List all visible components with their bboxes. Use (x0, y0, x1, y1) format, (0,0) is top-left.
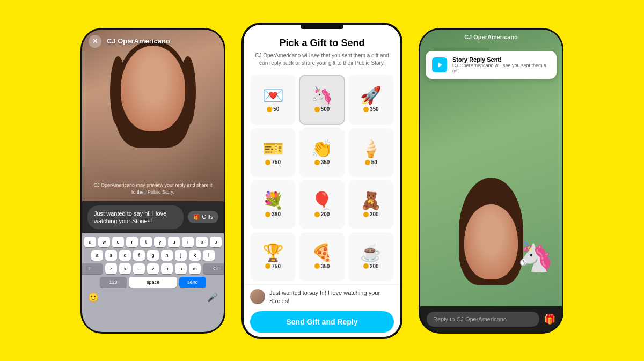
key-shift[interactable]: ⇧ (80, 263, 103, 274)
story-username: CJ OperAmericano (107, 37, 170, 45)
gift-emoji-8: 🧸 (360, 192, 382, 209)
gift-cost-3: 750 (265, 159, 281, 165)
mid-footer: Just wanted to say hi! I love watching y… (244, 284, 400, 337)
key-e[interactable]: e (112, 237, 124, 247)
gift-emoji-10: 🍕 (311, 244, 333, 261)
key-u[interactable]: u (168, 237, 180, 247)
mid-phone: Pick a Gift to Send CJ OperAmericano wil… (241, 23, 402, 339)
gift-item-11[interactable]: ☕ 200 (348, 232, 394, 281)
mic-icon[interactable]: 🎤 (207, 292, 218, 303)
gift-cost-4: 350 (314, 159, 330, 165)
key-h[interactable]: h (161, 250, 173, 261)
gift-grid: 💌 50 🦄 500 🚀 350 🎫 750 👏 (244, 71, 400, 284)
coin-icon-3 (265, 160, 270, 165)
key-123[interactable]: 123 (100, 277, 127, 288)
gift-cost-5: 50 (365, 159, 377, 165)
gift-item-8[interactable]: 🧸 200 (348, 180, 394, 229)
key-c[interactable]: c (133, 263, 145, 274)
gift-title: Pick a Gift to Send (254, 38, 390, 49)
key-s[interactable]: s (105, 250, 117, 261)
reply-input[interactable]: Just wanted to say hi! I love watching y… (87, 205, 184, 230)
key-g[interactable]: g (147, 250, 159, 261)
key-t[interactable]: t (140, 237, 152, 247)
gifts-label: Gifts (202, 214, 213, 220)
gift-cost-2: 350 (363, 106, 379, 112)
top-bar: ✕ CJ OperAmericano (82, 30, 224, 53)
gift-item-7[interactable]: 🎈 200 (299, 180, 345, 229)
key-a[interactable]: a (91, 250, 103, 261)
gift-cost-0: 50 (267, 106, 279, 112)
key-j[interactable]: j (175, 250, 187, 261)
key-b[interactable]: b (161, 263, 173, 274)
right-phone: CJ OperAmericano Story Reply Sent! CJ Op… (419, 28, 564, 334)
gift-emoji-7: 🎈 (311, 192, 333, 209)
message-avatar (250, 289, 265, 304)
gift-item-3[interactable]: 🎫 750 (250, 128, 296, 177)
key-y[interactable]: y (154, 237, 166, 247)
gift-emoji-4: 👏 (311, 140, 333, 157)
gift-item-1[interactable]: 🦄 500 (299, 75, 345, 126)
gift-cost-10: 350 (314, 263, 330, 269)
message-preview: Just wanted to say hi! I love watching y… (250, 289, 394, 306)
right-story-background: CJ OperAmericano Story Reply Sent! CJ Op… (420, 30, 562, 306)
key-i[interactable]: i (182, 237, 194, 247)
key-p[interactable]: p (210, 237, 222, 247)
key-f[interactable]: f (133, 250, 145, 261)
right-reply-input[interactable]: Reply to CJ OperAmericano (427, 312, 539, 327)
keyboard-row-2: a s d f g h j k l (84, 250, 222, 261)
coin-icon-1 (314, 107, 320, 112)
keyboard: q w e r t y u i o p a s d f g h j k l (82, 233, 224, 331)
notification-subtitle: CJ OperAmericano will see you sent them … (452, 63, 550, 73)
key-m[interactable]: m (189, 263, 201, 274)
gift-item-4[interactable]: 👏 350 (299, 128, 345, 177)
coin-icon-0 (267, 107, 272, 112)
key-k[interactable]: k (189, 250, 201, 261)
key-w[interactable]: w (98, 237, 110, 247)
key-o[interactable]: o (196, 237, 208, 247)
gifts-button[interactable]: 🎁 Gifts (188, 211, 218, 223)
gift-emoji-5: 🍦 (360, 140, 382, 157)
gift-cost-7: 200 (314, 211, 330, 217)
gift-emoji-0: 💌 (262, 87, 284, 104)
coin-icon-4 (314, 160, 320, 165)
gift-cost-9: 750 (265, 263, 281, 269)
key-z[interactable]: z (105, 263, 117, 274)
send-gift-reply-button[interactable]: Send Gift and Reply (250, 311, 394, 333)
key-v[interactable]: v (147, 263, 159, 274)
reply-area: Just wanted to say hi! I love watching y… (82, 201, 224, 234)
message-text: Just wanted to say hi! I love watching y… (269, 289, 394, 306)
gift-cost-1: 500 (314, 106, 330, 112)
unicorn-sticker: 🦄 (517, 239, 554, 274)
gift-item-9[interactable]: 🏆 750 (250, 232, 296, 281)
keyboard-bottom: 🙂 🎤 (84, 290, 222, 305)
gift-item-6[interactable]: 💐 380 (250, 180, 296, 229)
preview-text: CJ OperAmericano may preview your reply … (82, 182, 224, 195)
keyboard-row-1: q w e r t y u i o p (84, 237, 222, 247)
gift-item-5[interactable]: 🍦 50 (348, 128, 394, 177)
gift-subtitle: CJ OperAmericano will see that you sent … (254, 52, 390, 67)
key-l[interactable]: l (203, 250, 215, 261)
keyboard-row-3: ⇧ z x c v b n m ⌫ (84, 263, 222, 274)
key-r[interactable]: r (126, 237, 138, 247)
key-q[interactable]: q (84, 237, 96, 247)
notification-icon (432, 57, 447, 72)
gift-item-2[interactable]: 🚀 350 (348, 75, 394, 126)
key-space[interactable]: space (129, 277, 177, 288)
gift-emoji-9: 🏆 (262, 244, 284, 261)
coin-icon-6 (265, 212, 270, 217)
key-send[interactable]: send (179, 277, 206, 288)
gift-item-10[interactable]: 🍕 350 (299, 232, 345, 281)
gift-item-0[interactable]: 💌 50 (250, 75, 296, 126)
coin-icon-2 (363, 107, 369, 112)
emoji-icon[interactable]: 🙂 (88, 292, 99, 303)
notification-text: Story Reply Sent! CJ OperAmericano will … (452, 56, 550, 73)
gift-emoji-6: 💐 (262, 192, 284, 209)
key-backspace[interactable]: ⌫ (203, 263, 225, 274)
key-d[interactable]: d (119, 250, 131, 261)
coin-icon-5 (365, 160, 370, 165)
notification-title: Story Reply Sent! (452, 56, 550, 63)
right-gift-icon[interactable]: 🎁 (544, 313, 555, 325)
key-n[interactable]: n (175, 263, 187, 274)
key-x[interactable]: x (119, 263, 131, 274)
close-button[interactable]: ✕ (89, 35, 101, 48)
